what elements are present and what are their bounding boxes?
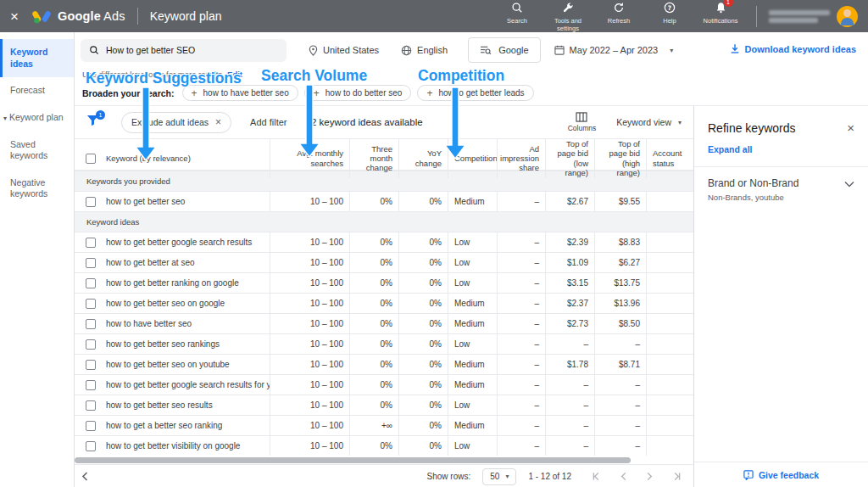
top-bid-low-cell: – — [545, 375, 594, 395]
language-selector[interactable]: English — [401, 45, 448, 56]
top-bid-low-cell: $1.78 — [545, 355, 594, 374]
help-button[interactable]: ?Help — [646, 0, 693, 25]
date-range-selector[interactable]: May 2022 – Apr 2023 ▾ — [554, 45, 674, 55]
row-checkbox[interactable] — [86, 400, 96, 411]
top-bid-high-cell: $13.75 — [594, 273, 646, 293]
plus-icon: + — [314, 87, 320, 99]
avg-monthly-searches-cell: 10 – 100 — [270, 273, 349, 293]
ideas-available-status: 12 keyword ideas available — [306, 117, 423, 127]
keyword-view-dropdown[interactable]: Keyword view ▾ — [616, 117, 682, 127]
close-icon[interactable]: × — [847, 120, 854, 135]
sidebar-item-forecast[interactable]: Forecast — [0, 77, 74, 104]
column-header[interactable]: Top of page bid (low range) — [545, 139, 594, 178]
row-checkbox[interactable] — [86, 339, 96, 350]
row-checkbox[interactable] — [86, 299, 96, 309]
top-bid-low-cell: – — [545, 395, 594, 415]
network-selector[interactable]: Google — [468, 37, 540, 63]
chevron-down-icon: ▾ — [670, 47, 673, 54]
notifications-button[interactable]: 1Notifications — [697, 0, 744, 25]
account-area[interactable] — [756, 6, 858, 27]
keyword-text: how to get better google search results — [106, 238, 252, 247]
column-header[interactable]: Three month change — [349, 139, 398, 178]
ad-impression-share-cell: – — [497, 355, 545, 374]
close-icon[interactable]: × — [215, 116, 221, 128]
columns-button[interactable]: Columns — [568, 112, 597, 132]
sidebar-item-negative-keywords[interactable]: Negative keywords — [0, 170, 74, 208]
broaden-keyword-chip[interactable]: +how to do better seo — [304, 85, 412, 101]
filter-bar: 1 Exclude adult ideas × Add filter 12 ke… — [75, 106, 693, 138]
yoy-change-cell: 0% — [398, 334, 448, 354]
keyword-text: how to get better seo on google — [106, 299, 225, 308]
search-value: How to get better SEO — [106, 45, 195, 55]
topbar-actions: SearchTools and settingsRefresh?Help1Not… — [493, 0, 744, 32]
give-feedback-button[interactable]: Give feedback — [694, 462, 868, 487]
top-bid-high-cell: – — [594, 436, 646, 456]
column-header[interactable]: Top of page bid (high range) — [594, 139, 646, 178]
three-month-change-cell: 0% — [349, 375, 398, 395]
row-checkbox[interactable] — [86, 421, 96, 431]
search-button[interactable]: Search — [493, 0, 541, 25]
sidebar-item-saved-keywords[interactable]: Saved keywords — [0, 132, 74, 170]
filter-button[interactable]: 1 — [86, 115, 99, 130]
competition-cell: Low — [448, 232, 497, 252]
table-row: how to get a better seo ranking10 – 100+… — [75, 415, 693, 435]
last-page-icon[interactable] — [672, 472, 682, 481]
column-header[interactable]: Competition — [448, 139, 497, 178]
broaden-keyword-chip[interactable]: +how to get better leads — [417, 85, 533, 101]
plan-toolbar: How to get better SEO United States — [75, 32, 868, 68]
sidebar-item-keyword-plan[interactable]: ▾Keyword plan — [0, 104, 74, 132]
previous-page-icon[interactable] — [620, 472, 627, 481]
exclude-adult-ideas-chip[interactable]: Exclude adult ideas × — [121, 112, 231, 133]
pagination-bar: Show rows: 50 ▾ 1 - 12 of 12 — [75, 464, 693, 487]
table-row: how to get better seo results10 – 1000%0… — [75, 395, 693, 415]
row-checkbox[interactable] — [86, 278, 96, 288]
keyword-text: how to get better seo rankings — [106, 339, 220, 349]
row-checkbox[interactable] — [86, 197, 96, 207]
column-header-label: Three month change — [356, 144, 392, 173]
column-header[interactable]: Keyword (by relevance) — [75, 139, 270, 178]
keyword-text: how to get better ranking on google — [106, 278, 239, 288]
scrollbar-thumb[interactable] — [75, 457, 631, 463]
first-page-icon[interactable] — [592, 472, 601, 481]
ad-impression-share-cell: – — [497, 192, 545, 211]
keyword-cell: how to get better seo on youtube — [75, 355, 270, 374]
row-checkbox[interactable] — [86, 380, 96, 390]
search-icon — [89, 45, 99, 55]
keyword-search-input[interactable]: How to get better SEO — [81, 39, 287, 62]
sidebar-item-keyword-ideas[interactable]: Keyword ideas — [0, 39, 74, 77]
location-selector[interactable]: United States — [309, 45, 379, 56]
avg-monthly-searches-cell: 10 – 100 — [270, 395, 349, 415]
sidebar-item-label: Keyword plan — [9, 112, 64, 122]
row-checkbox[interactable] — [86, 360, 96, 370]
column-header[interactable]: Account status — [646, 139, 693, 178]
column-header[interactable]: YoY change — [398, 139, 448, 178]
avg-monthly-searches-cell: 10 – 100 — [270, 416, 349, 435]
download-keyword-ideas-button[interactable]: Download keyword ideas — [730, 43, 856, 54]
three-month-change-cell: 0% — [349, 355, 398, 374]
keyword-text: how to get a better seo ranking — [106, 421, 222, 430]
close-icon[interactable]: × — [10, 9, 19, 24]
avatar[interactable] — [837, 6, 858, 27]
add-filter-button[interactable]: Add filter — [250, 117, 287, 127]
tools-and-settings-button[interactable]: Tools and settings — [544, 0, 592, 32]
broaden-keyword-chip[interactable]: +how to have better seo — [182, 85, 298, 101]
yoy-change-cell: 0% — [398, 253, 448, 272]
row-checkbox[interactable] — [86, 238, 96, 248]
collapse-panel-icon[interactable] — [81, 472, 88, 483]
keyword-text: how to get better seo — [106, 197, 185, 206]
column-header[interactable]: Ad impression share — [497, 139, 545, 178]
account-status-cell — [646, 334, 693, 354]
row-checkbox[interactable] — [86, 319, 96, 329]
row-checkbox[interactable] — [86, 258, 96, 268]
next-page-icon[interactable] — [646, 472, 654, 481]
column-header[interactable]: Avg. monthly searches — [270, 139, 349, 178]
select-all-checkbox[interactable] — [86, 154, 96, 164]
brand-nonbrand-group[interactable]: Brand or Non-Brand Non-Brands, youtube — [694, 167, 868, 212]
refresh-button[interactable]: Refresh — [595, 0, 643, 25]
rows-per-page-select[interactable]: 50 ▾ — [482, 468, 516, 485]
row-checkbox[interactable] — [86, 441, 96, 451]
edit-keywords-link[interactable]: Edit — [227, 70, 242, 79]
expand-all-link[interactable]: Expand all — [708, 144, 854, 154]
show-rows-label: Show rows: — [427, 472, 471, 481]
chevron-down-icon: ▾ — [505, 473, 509, 480]
